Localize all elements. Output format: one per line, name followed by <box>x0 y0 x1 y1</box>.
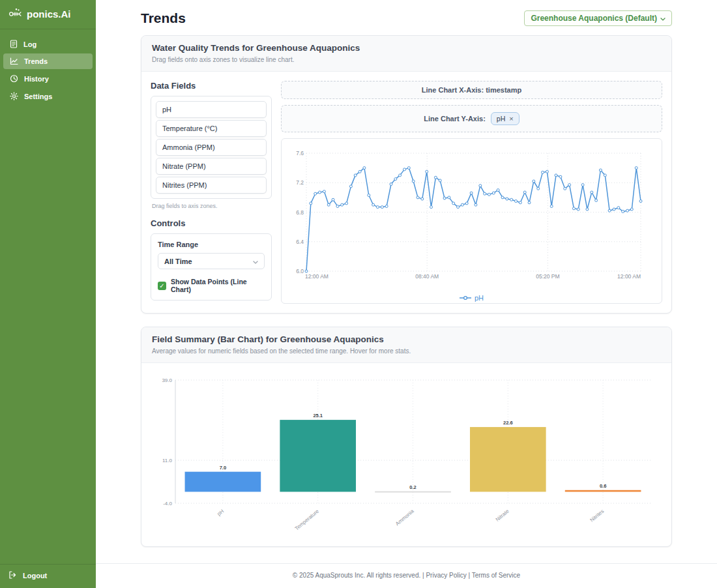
svg-text:25.1: 25.1 <box>313 413 323 419</box>
svg-text:0.2: 0.2 <box>409 484 416 490</box>
brand-name: ponics.Ai <box>27 8 71 20</box>
svg-text:Temperature: Temperature <box>294 508 321 531</box>
content: Trends Greenhouse Aquaponics (Default) W… <box>96 0 717 563</box>
svg-text:12:00 AM: 12:00 AM <box>305 273 329 280</box>
field-chip-ph[interactable]: pH <box>156 101 267 118</box>
field-chip-nitrate[interactable]: Nitrate (PPM) <box>156 158 267 175</box>
line-chart-panel: 6.06.46.87.27.612:00 AM08:40 AM05:20 PM1… <box>281 138 662 304</box>
summary-card-title: Field Summary (Bar Chart) for Greenhouse… <box>152 334 661 344</box>
sidebar-nav: Log Trends History <box>0 29 96 112</box>
sidebar-item-trends[interactable]: Trends <box>3 53 93 69</box>
log-icon <box>10 40 18 48</box>
line-chart[interactable]: 6.06.46.87.27.612:00 AM08:40 AM05:20 PM1… <box>287 144 656 293</box>
drag-hint: Drag fields to axis zones. <box>152 203 272 209</box>
data-fields-list: pH Temperature (°C) Ammonia (PPM) Nitrat… <box>151 96 272 199</box>
fish-bones-logo-icon <box>8 8 22 20</box>
x-axis-zone-label: Line Chart X-Axis: timestamp <box>422 86 521 94</box>
time-range-select[interactable]: All Time <box>158 253 265 269</box>
show-data-points-label: Show Data Points (Line Chart) <box>171 278 265 293</box>
svg-text:12:00 AM: 12:00 AM <box>617 273 641 280</box>
brand: ponics.Ai <box>0 0 96 29</box>
history-icon <box>10 74 18 83</box>
y-axis-zone-label: Line Chart Y-Axis: <box>424 115 486 123</box>
summary-card-subtitle: Average values for numeric fields based … <box>152 347 661 355</box>
svg-text:-4.0: -4.0 <box>163 501 172 507</box>
chevron-down-icon <box>660 14 666 23</box>
svg-text:Ammonia: Ammonia <box>394 508 415 527</box>
svg-text:6.4: 6.4 <box>296 239 304 245</box>
footer-separator: | <box>422 572 424 579</box>
y-axis-chip-label: pH <box>497 115 505 123</box>
svg-text:6.8: 6.8 <box>296 209 304 216</box>
logout-icon <box>8 571 17 580</box>
sidebar-item-settings[interactable]: Settings <box>3 88 93 104</box>
svg-text:Nitrate: Nitrate <box>495 508 510 522</box>
data-fields-heading: Data Fields <box>151 81 272 91</box>
main-area: Trends Greenhouse Aquaponics (Default) W… <box>96 0 717 588</box>
svg-text:7.6: 7.6 <box>296 150 304 156</box>
chart-column: Line Chart X-Axis: timestamp Line Chart … <box>281 81 662 304</box>
settings-icon <box>10 92 18 100</box>
trends-icon <box>10 57 18 65</box>
remove-chip-icon[interactable]: × <box>509 115 513 123</box>
bar-chart[interactable]: 39.011.0-4.07.0pH25.1Temperature0.2Ammon… <box>152 371 661 540</box>
trends-card-header: Water Quality Trends for Greenhouse Aqua… <box>141 36 671 72</box>
sidebar-item-history[interactable]: History <box>3 70 93 87</box>
line-chart-legend[interactable]: pH <box>287 294 656 302</box>
svg-text:6.0: 6.0 <box>296 268 304 274</box>
trends-card-subtitle: Drag fields onto axis zones to visualize… <box>152 56 661 63</box>
logout-label: Logout <box>23 572 47 580</box>
legend-label: pH <box>475 294 484 302</box>
system-selector-value: Greenhouse Aquaponics (Default) <box>531 14 657 23</box>
y-axis-field-chip-ph[interactable]: pH × <box>491 112 519 125</box>
field-chip-nitrites[interactable]: Nitrites (PPM) <box>156 177 267 194</box>
svg-text:0.6: 0.6 <box>600 483 606 489</box>
time-range-value: All Time <box>164 257 192 265</box>
svg-text:39.0: 39.0 <box>162 377 172 383</box>
page-title: Trends <box>141 10 186 26</box>
svg-text:pH: pH <box>216 508 226 517</box>
trends-card-title: Water Quality Trends for Greenhouse Aqua… <box>152 43 661 53</box>
svg-text:7.2: 7.2 <box>296 179 304 186</box>
y-axis-drop-zone[interactable]: Line Chart Y-Axis: pH × <box>281 105 662 132</box>
svg-text:05:20 PM: 05:20 PM <box>536 273 559 280</box>
svg-text:11.0: 11.0 <box>162 458 173 463</box>
data-fields-column: Data Fields pH Temperature (°C) Ammonia … <box>151 81 272 304</box>
privacy-policy-link[interactable]: Privacy Policy <box>426 572 466 579</box>
field-summary-card: Field Summary (Bar Chart) for Greenhouse… <box>141 327 672 547</box>
time-range-label: Time Range <box>158 241 265 248</box>
sidebar-bottom: Logout <box>0 564 96 588</box>
controls-heading: Controls <box>151 218 272 228</box>
footer-separator: | <box>468 572 470 579</box>
logout-button[interactable]: Logout <box>8 571 87 580</box>
sidebar-item-label: Trends <box>24 57 48 65</box>
sidebar-item-log[interactable]: Log <box>3 36 93 52</box>
water-quality-trends-card: Water Quality Trends for Greenhouse Aqua… <box>141 35 672 314</box>
sidebar-item-label: History <box>24 75 49 83</box>
legend-marker-icon <box>460 294 471 302</box>
summary-card-header: Field Summary (Bar Chart) for Greenhouse… <box>141 327 671 363</box>
sidebar-item-label: Settings <box>24 93 52 100</box>
copyright-text: © 2025 AquaSprouts Inc. All rights reser… <box>293 572 420 579</box>
system-selector-dropdown[interactable]: Greenhouse Aquaponics (Default) <box>524 10 672 26</box>
x-axis-drop-zone[interactable]: Line Chart X-Axis: timestamp <box>281 81 662 99</box>
controls-box: Time Range All Time ✓ Show Data Points (… <box>151 233 272 301</box>
svg-text:Nitrites: Nitrites <box>589 508 606 523</box>
svg-text:08:40 AM: 08:40 AM <box>415 273 439 280</box>
field-chip-temperature[interactable]: Temperature (°C) <box>156 120 267 137</box>
sidebar: ponics.Ai Log Trends <box>0 0 96 588</box>
svg-text:22.6: 22.6 <box>503 420 513 426</box>
terms-of-service-link[interactable]: Terms of Service <box>472 572 520 579</box>
footer: © 2025 AquaSprouts Inc. All rights reser… <box>96 563 717 588</box>
checkbox-checked-icon[interactable]: ✓ <box>158 282 166 290</box>
sidebar-item-label: Log <box>23 40 37 48</box>
show-data-points-toggle[interactable]: ✓ Show Data Points (Line Chart) <box>158 278 265 293</box>
svg-text:7.0: 7.0 <box>220 465 226 471</box>
chevron-down-icon <box>253 257 258 265</box>
field-chip-ammonia[interactable]: Ammonia (PPM) <box>156 139 267 156</box>
